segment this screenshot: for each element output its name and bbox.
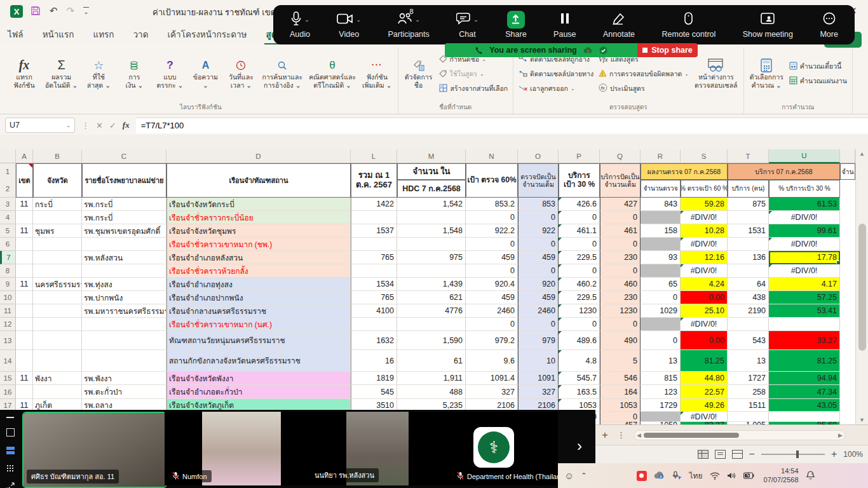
- cell-N14[interactable]: 9.6: [466, 350, 518, 372]
- cell-D9[interactable]: เรือนจำอำเภอทุ่งสง: [166, 278, 351, 291]
- cell-L7[interactable]: 765: [351, 251, 397, 264]
- cell-M12[interactable]: [397, 318, 466, 331]
- cell-N8[interactable]: 0: [466, 264, 518, 278]
- cell-P14[interactable]: 4.8: [559, 350, 600, 372]
- cell-N16[interactable]: 327: [466, 385, 518, 399]
- cell-M14[interactable]: 61: [397, 350, 466, 372]
- column-header-R[interactable]: R: [641, 149, 681, 163]
- cell-T8[interactable]: [728, 264, 769, 278]
- hidden-icons-chevron-icon[interactable]: ⌃: [581, 471, 587, 480]
- vertical-scroll-thumb[interactable]: [858, 224, 866, 351]
- cell-R6[interactable]: [641, 238, 681, 251]
- cell-Q18[interactable]: 0: [600, 412, 641, 422]
- cell-O16[interactable]: 327: [518, 385, 559, 399]
- cell-C14[interactable]: [82, 350, 166, 372]
- header-service-result[interactable]: บริการ 07 ก.ค.2568: [728, 163, 840, 180]
- cell-L12[interactable]: [351, 318, 397, 331]
- cell-M15[interactable]: 1,911: [397, 372, 466, 385]
- cell-M10[interactable]: 621: [397, 291, 466, 304]
- cell-T11[interactable]: 2190: [728, 304, 769, 318]
- cell-N11[interactable]: 2460: [466, 304, 518, 318]
- cell-O15[interactable]: 1091: [518, 372, 559, 385]
- zoom-more-button[interactable]: More: [820, 11, 837, 39]
- ribbon-button[interactable]: ติดตามเซลล์ปลายทาง: [517, 67, 595, 81]
- cell-P5[interactable]: 461.1: [559, 224, 600, 238]
- redo-icon[interactable]: ↷: [67, 5, 75, 17]
- cell-A10[interactable]: [16, 291, 33, 304]
- cell-B9[interactable]: นครศรีธรรมราช: [33, 278, 82, 291]
- video-tile-3[interactable]: นนทิยา รพ.หลังสวน: [307, 412, 449, 485]
- row-header-9[interactable]: 9: [0, 278, 16, 291]
- cell-B4[interactable]: [33, 211, 82, 224]
- zoom-video-button[interactable]: ⌄Video: [337, 11, 361, 39]
- cell-T13[interactable]: 543: [728, 331, 769, 350]
- cell-R13[interactable]: 0: [641, 331, 681, 350]
- cell-M3[interactable]: 1,542: [397, 198, 466, 211]
- chevron-down-icon[interactable]: ⌄: [415, 17, 420, 23]
- insert-function-icon[interactable]: fx: [123, 120, 130, 130]
- cell-T6[interactable]: [728, 238, 769, 251]
- cell-U6[interactable]: #DIV/0!: [769, 238, 840, 251]
- zoom-chat-button[interactable]: ⌄Chat: [456, 11, 478, 39]
- cell-L15[interactable]: 1819: [351, 372, 397, 385]
- cell-S18[interactable]: #DIV/0!: [681, 412, 728, 422]
- cell-Q4[interactable]: 0: [600, 211, 641, 224]
- cell-A3[interactable]: 11: [16, 198, 33, 211]
- horizontal-scroll-thumb[interactable]: [644, 433, 739, 438]
- column-header-P[interactable]: P: [559, 149, 600, 163]
- cell-L10[interactable]: 765: [351, 291, 397, 304]
- fill-handle[interactable]: [836, 261, 840, 264]
- column-header-L[interactable]: L: [351, 149, 397, 163]
- cell-D13[interactable]: ทัณฑสถานวัยหนุ่มนครศรีธรรมราช: [166, 331, 351, 350]
- cell-Q16[interactable]: 164: [600, 385, 641, 399]
- ribbon-button[interactable]: ☆ที่ใช้ล่าสุด ⌄: [82, 56, 115, 92]
- chevron-down-icon[interactable]: ⌄: [304, 17, 309, 23]
- ribbon-button[interactable]: Σผลรวมอัตโนมัติ ⌄: [43, 56, 79, 92]
- page-break-view-icon[interactable]: [732, 450, 743, 459]
- row-header-6[interactable]: 6: [0, 238, 16, 251]
- sheet-menu-dots-icon[interactable]: ⋮: [617, 430, 625, 440]
- row-header-3[interactable]: 3: [0, 198, 16, 211]
- cell-S3[interactable]: 59.28: [681, 198, 728, 211]
- cell-U4[interactable]: #DIV/0!: [769, 211, 840, 224]
- cell-T15[interactable]: 1727: [728, 372, 769, 385]
- ribbon-button[interactable]: การเงิน ⌄: [118, 56, 151, 92]
- column-header-N[interactable]: N: [466, 149, 518, 163]
- row-header-16[interactable]: 16: [0, 385, 16, 399]
- cell-B10[interactable]: [33, 291, 82, 304]
- cell-S6[interactable]: #DIV/0!: [681, 238, 728, 251]
- undo-icon[interactable]: ↶: [50, 5, 58, 17]
- header-next-col[interactable]: จำน: [840, 163, 855, 180]
- cell-S5[interactable]: 10.28: [681, 224, 728, 238]
- formula-input[interactable]: =T7/L7*100: [136, 118, 868, 133]
- stop-share-button[interactable]: Stop share: [637, 43, 698, 57]
- cell-Q14[interactable]: 5: [600, 350, 641, 372]
- cell-C9[interactable]: รพ.ทุ่งสง: [82, 278, 166, 291]
- cell-T18[interactable]: [728, 412, 769, 422]
- cell-Q8[interactable]: 0: [600, 264, 641, 278]
- cell-O11[interactable]: 2460: [518, 304, 559, 318]
- cell-C8[interactable]: [82, 264, 166, 278]
- cell-C5[interactable]: รพ.ชุมพรเขตรอุดมศักดิ์: [82, 224, 166, 238]
- cell-N13[interactable]: 979.2: [466, 331, 518, 350]
- cell-D3[interactable]: เรือนจำจังหวัดกระบี่: [166, 198, 351, 211]
- cell-S4[interactable]: #DIV/0!: [681, 211, 728, 224]
- notification-bell-icon[interactable]: z: [806, 471, 815, 480]
- cell-O9[interactable]: 920: [518, 278, 559, 291]
- cell-R14[interactable]: 13: [641, 350, 681, 372]
- cell-L6[interactable]: [351, 238, 397, 251]
- cell-N6[interactable]: 0: [466, 238, 518, 251]
- column-header-M[interactable]: M: [397, 149, 466, 163]
- cell-A14[interactable]: [16, 350, 33, 372]
- ribbon-tab-4[interactable]: วาด: [132, 25, 150, 45]
- cell-C7[interactable]: รพ.หลังสวน: [82, 251, 166, 264]
- ribbon-button[interactable]: การค้นหาและการอ้างอิง ⌄: [260, 56, 304, 92]
- cell-Q6[interactable]: 0: [600, 238, 641, 251]
- cell-P7[interactable]: 229.5: [559, 251, 600, 264]
- row-header-10[interactable]: 10: [0, 291, 16, 304]
- cell-D14[interactable]: สถานกักขังกลางจังหวัดนครศรีธรรมราช: [166, 350, 351, 372]
- zoom-slider[interactable]: [761, 454, 825, 455]
- cell-D16[interactable]: เรือนจำอำเภอตะกั่วป่า: [166, 385, 351, 399]
- cell-C6[interactable]: [82, 238, 166, 251]
- cell-A11[interactable]: [16, 304, 33, 318]
